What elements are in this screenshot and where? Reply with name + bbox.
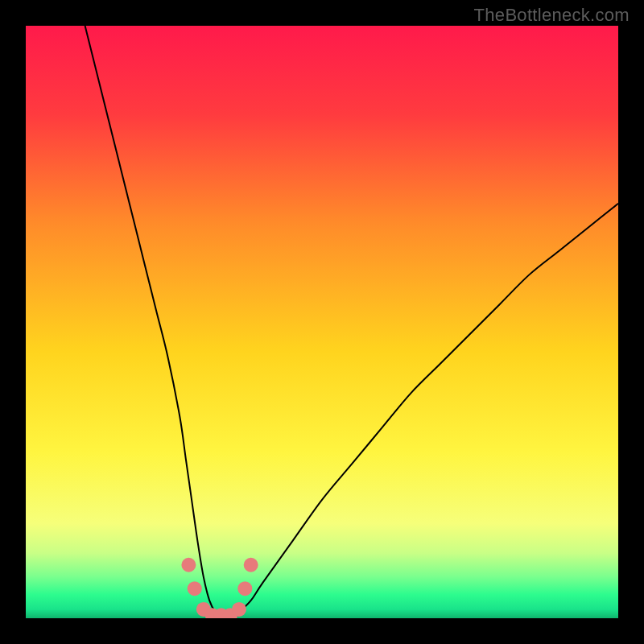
bottleneck-marker-dot [188,581,202,596]
chart-frame: TheBottleneck.com [0,0,644,644]
bottleneck-marker-dot [244,558,258,572]
watermark-text: TheBottleneck.com [474,5,630,26]
plot-area [26,26,618,618]
bottleneck-marker-dot [237,581,252,596]
bottleneck-marker-dot [181,558,196,572]
bottleneck-marker-band [181,558,258,618]
bottleneck-marker-dot [232,602,246,617]
bottleneck-curve [85,26,618,618]
curve-layer [26,26,618,618]
